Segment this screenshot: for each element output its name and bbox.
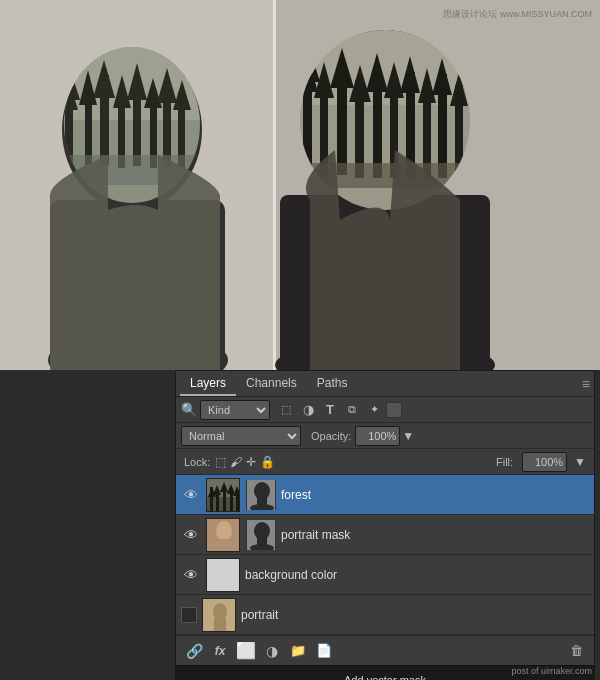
opacity-arrow[interactable]: ▼: [402, 429, 414, 443]
svg-rect-86: [214, 619, 226, 632]
layer-name-portrait: portrait: [241, 608, 589, 622]
layer-row-portrait-mask[interactable]: 👁 portrait mask: [176, 515, 594, 555]
bottom-watermark: post of uimaker.com: [511, 666, 592, 676]
filter-icons: ⬚ ◑ T ⧉ ✦: [277, 401, 383, 419]
photoshop-panel: Layers Channels Paths ≡ 🔍 Kind ⬚ ◑ T ⧉ ✦…: [175, 370, 595, 680]
watermark-top: 思缘设计论坛 www.MISSYUAN.COM: [443, 8, 592, 21]
filter-toggle[interactable]: [386, 402, 402, 418]
layer-name-forest: forest: [281, 488, 589, 502]
blend-mode-select[interactable]: Normal Multiply Screen Overlay: [181, 426, 301, 446]
svg-point-81: [254, 522, 270, 540]
lock-row: Lock: ⬚ 🖌 ✛ 🔒 Fill: ▼: [176, 449, 594, 475]
add-mask-icon[interactable]: ⬜: [236, 641, 256, 661]
visibility-eye-forest[interactable]: 👁: [181, 485, 201, 505]
add-adjustment-icon[interactable]: ◑: [262, 641, 282, 661]
visibility-eye-portrait-mask[interactable]: 👁: [181, 525, 201, 545]
layer-thumb-portrait-mask: [206, 518, 240, 552]
layer-row-background-color[interactable]: 👁 background color: [176, 555, 594, 595]
lock-paint-icon[interactable]: 🖌: [230, 455, 242, 469]
svg-point-78: [216, 521, 232, 541]
svg-point-74: [254, 482, 270, 500]
visibility-eye-background-color[interactable]: 👁: [181, 565, 201, 585]
filter-shape-icon[interactable]: ⧉: [343, 401, 361, 419]
tooltip-text: Add vector mask: [344, 674, 426, 680]
fill-input[interactable]: [522, 452, 567, 472]
kind-select[interactable]: Kind: [200, 400, 270, 420]
layer-thumb-background-color: [206, 558, 240, 592]
tab-paths[interactable]: Paths: [307, 372, 358, 396]
link-layers-icon[interactable]: 🔗: [184, 641, 204, 661]
layer-thumb-portrait: [202, 598, 236, 632]
tab-channels[interactable]: Channels: [236, 372, 307, 396]
layer-checkbox-portrait[interactable]: [181, 607, 197, 623]
filter-pixel-icon[interactable]: ⬚: [277, 401, 295, 419]
layer-row-forest[interactable]: 👁: [176, 475, 594, 515]
opacity-input[interactable]: [355, 426, 400, 446]
new-group-icon[interactable]: 📁: [288, 641, 308, 661]
layer-thumb-forest: [206, 478, 240, 512]
panel-menu-icon[interactable]: ≡: [582, 376, 590, 392]
lock-transparent-icon[interactable]: ⬚: [215, 455, 226, 469]
layer-mask-portrait-mask: [246, 520, 276, 550]
filter-adjust-icon[interactable]: ◑: [299, 401, 317, 419]
layer-mask-forest: [246, 480, 276, 510]
blend-row: Normal Multiply Screen Overlay Opacity: …: [176, 423, 594, 449]
canvas-area: 思缘设计论坛 www.MISSYUAN.COM: [0, 0, 600, 370]
fill-arrow[interactable]: ▼: [574, 455, 586, 469]
svg-rect-2: [273, 0, 276, 370]
lock-icons: ⬚ 🖌 ✛ 🔒: [215, 455, 275, 469]
layer-name-portrait-mask: portrait mask: [281, 528, 589, 542]
filter-smart-icon[interactable]: ✦: [365, 401, 383, 419]
svg-point-85: [213, 603, 227, 621]
lock-all-icon[interactable]: 🔒: [260, 455, 275, 469]
lock-label: Lock:: [184, 456, 210, 468]
filter-row: 🔍 Kind ⬚ ◑ T ⧉ ✦: [176, 397, 594, 423]
fx-icon[interactable]: fx: [210, 641, 230, 661]
tab-layers[interactable]: Layers: [180, 372, 236, 396]
search-icon: 🔍: [181, 402, 197, 417]
layers-list: 👁: [176, 475, 594, 635]
delete-layer-icon[interactable]: 🗑: [566, 641, 586, 661]
filter-type-icon[interactable]: T: [321, 401, 339, 419]
new-layer-icon[interactable]: 📄: [314, 641, 334, 661]
fill-label: Fill:: [496, 456, 513, 468]
layer-row-portrait[interactable]: portrait: [176, 595, 594, 635]
panel-toolbar: 🔗 fx ⬜ ◑ 📁 📄 🗑: [176, 635, 594, 665]
opacity-label: Opacity:: [311, 430, 351, 442]
svg-rect-79: [217, 539, 231, 552]
layer-name-background-color: background color: [245, 568, 589, 582]
lock-position-icon[interactable]: ✛: [246, 455, 256, 469]
panel-tabs: Layers Channels Paths ≡: [176, 371, 594, 397]
